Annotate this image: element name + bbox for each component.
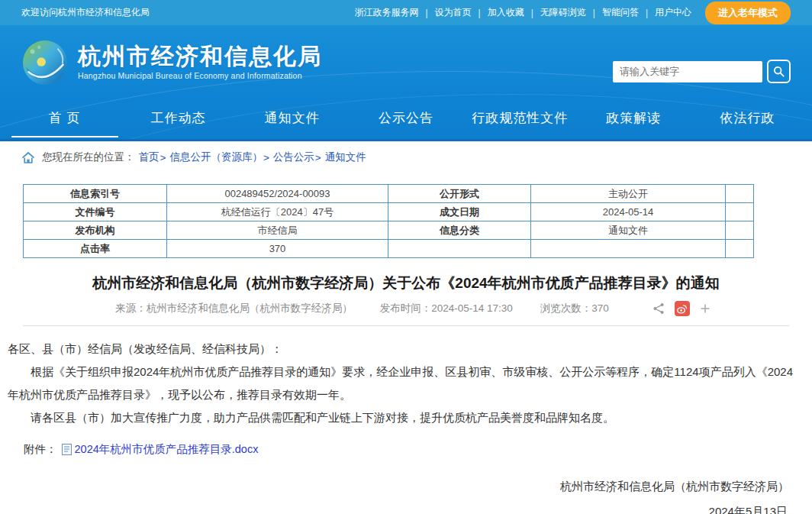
issuing-agency-label: 发布机构	[24, 221, 167, 240]
breadcrumb-link-info-disclosure[interactable]: 信息公开（资源库）	[169, 150, 263, 164]
info-category-value: 通知文件	[531, 221, 726, 240]
nav-label: 政策解读	[606, 109, 661, 127]
breadcrumb-separator: >	[315, 152, 321, 163]
top-link-smart-qa[interactable]: 智能问答	[601, 6, 640, 19]
top-link-set-homepage[interactable]: 设为首页	[433, 6, 473, 19]
empty-cell	[726, 240, 754, 258]
breadcrumb: 您现在所在的位置： 首页 > 信息公开（资源库） > 公告公示 > 通知文件	[0, 141, 812, 173]
breadcrumb-separator: >	[160, 152, 166, 163]
top-link-accessibility[interactable]: 无障碍浏览	[539, 6, 588, 19]
issue-date-value: 2024-05-14	[531, 203, 726, 221]
nav-item-work-news[interactable]: 工作动态	[125, 109, 232, 137]
site-search	[613, 60, 791, 83]
disclosure-form-value: 主动公开	[531, 185, 726, 203]
masthead: 杭州市经济和信息化局 Hangzhou Municipal Bureau of …	[0, 25, 812, 99]
article-publish-time: 发布时间：2024-05-14 17:30	[380, 302, 513, 315]
home-icon	[21, 151, 35, 164]
top-links: 浙江政务服务网 | 设为首页 | 加入收藏 | 无障碍浏览 | 智能问答 | 用…	[353, 2, 791, 24]
search-input[interactable]	[613, 61, 762, 82]
share-button[interactable]	[652, 302, 665, 315]
nav-label: 依法行政	[720, 109, 775, 127]
link-separator: |	[526, 8, 539, 18]
nav-label: 首 页	[49, 109, 81, 127]
top-link-add-favorite[interactable]: 加入收藏	[486, 6, 526, 19]
issuing-agency-value: 市经信局	[167, 221, 388, 240]
table-row: 信息索引号 002489452/2024-00093 公开形式 主动公开	[24, 185, 754, 203]
share-nodes-icon	[652, 302, 665, 315]
document-number-value: 杭经信运行〔2024〕47号	[167, 203, 388, 221]
body-paragraph: 根据《关于组织申报2024年杭州市优质产品推荐目录的通知》要求，经企业申报、区县…	[8, 360, 803, 406]
doc-icon	[62, 444, 72, 455]
share-weibo-button[interactable]	[675, 301, 690, 316]
table-row: 发布机构 市经信局 信息分类 通知文件	[24, 221, 754, 240]
nav-label: 通知文件	[265, 109, 320, 127]
info-category-label: 信息分类	[388, 221, 531, 240]
top-utility-bar: 欢迎访问杭州市经济和信息化局 浙江政务服务网 | 设为首页 | 加入收藏 | 无…	[0, 0, 812, 25]
click-rate-label: 点击率	[24, 240, 167, 258]
breadcrumb-separator: >	[263, 152, 269, 163]
top-link-zhejiang-service[interactable]: 浙江政务服务网	[353, 6, 420, 19]
nav-label: 行政规范性文件	[472, 109, 568, 127]
nav-item-law-based-admin[interactable]: 依法行政	[694, 109, 801, 137]
click-rate-value: 370	[167, 240, 388, 258]
body-paragraph: 请各区县（市）加大宣传推广力度，助力产品供需匹配和产业链上下游对接，提升优质杭产…	[8, 406, 803, 429]
link-separator: |	[473, 8, 486, 18]
elder-mode-button[interactable]: 进入老年模式	[705, 2, 791, 24]
article-signature: 杭州市经济和信息化局（杭州市数字经济局）	[0, 480, 812, 494]
bureau-globe-logo-icon	[21, 39, 69, 86]
breadcrumb-link-home[interactable]: 首页	[139, 150, 160, 164]
plus-icon	[700, 303, 710, 314]
active-tab-underline	[11, 136, 118, 137]
link-separator: |	[640, 8, 653, 18]
attachment-link[interactable]: 2024年杭州市优质产品推荐目录.docx	[75, 442, 259, 457]
nav-item-policy-interpretation[interactable]: 政策解读	[580, 109, 687, 137]
empty-cell	[531, 240, 726, 258]
salutation-paragraph: 各区、县（市）经信局（发改经信局、经信科技局）：	[8, 338, 803, 360]
breadcrumb-link-announcements[interactable]: 公告公示	[273, 150, 314, 164]
welcome-text: 欢迎访问杭州市经济和信息化局	[21, 6, 150, 19]
nav-item-announcements[interactable]: 公示公告	[353, 109, 459, 137]
nav-item-regulatory-documents[interactable]: 行政规范性文件	[466, 109, 573, 137]
disclosure-form-label: 公开形式	[388, 185, 531, 203]
share-toolbar	[643, 301, 710, 316]
site-title: 杭州市经济和信息化局	[78, 44, 322, 69]
site-title-block: 杭州市经济和信息化局 Hangzhou Municipal Bureau of …	[78, 44, 322, 81]
link-separator: |	[420, 8, 433, 18]
nav-item-home[interactable]: 首 页	[11, 109, 118, 137]
document-info-table: 信息索引号 002489452/2024-00093 公开形式 主动公开 文件编…	[23, 184, 754, 258]
nav-label: 工作动态	[151, 109, 206, 127]
weibo-icon	[675, 301, 690, 316]
attachment-label: 附件：	[24, 442, 57, 457]
index-number-value: 002489452/2024-00093	[167, 185, 388, 203]
article-date: 2024年5月13日	[0, 505, 812, 514]
site-header-zone: 欢迎访问杭州市经济和信息化局 浙江政务服务网 | 设为首页 | 加入收藏 | 无…	[0, 0, 812, 141]
article-meta-bar: 来源：杭州市经济和信息化局（杭州市数字经济局） 发布时间：2024-05-14 …	[23, 301, 789, 326]
issue-date-label: 成文日期	[388, 203, 531, 221]
link-separator: |	[588, 8, 601, 18]
article-body: 各区、县（市）经信局（发改经信局、经信科技局）： 根据《关于组织申报2024年杭…	[0, 326, 812, 429]
attachment-row: 附件： 2024年杭州市优质产品推荐目录.docx	[24, 442, 812, 457]
breadcrumb-prefix: 您现在所在的位置：	[42, 150, 135, 164]
nav-item-notices[interactable]: 通知文件	[239, 109, 346, 137]
table-row: 点击率 370	[24, 240, 754, 258]
empty-cell	[726, 203, 754, 221]
table-row: 文件编号 杭经信运行〔2024〕47号 成文日期 2024-05-14	[24, 203, 754, 221]
top-link-user-center[interactable]: 用户中心	[653, 6, 693, 19]
site-logo-block[interactable]: 杭州市经济和信息化局 Hangzhou Municipal Bureau of …	[21, 39, 322, 86]
search-icon	[773, 65, 785, 78]
main-navigation: 首 页 工作动态 通知文件 公示公告 行政规范性文件 政策解读 依法行政	[0, 99, 812, 141]
article-title: 杭州市经济和信息化局（杭州市数字经济局）关于公布《2024年杭州市优质产品推荐目…	[23, 273, 789, 294]
article-view-count: 浏览次数：370	[540, 302, 609, 315]
index-number-label: 信息索引号	[24, 185, 167, 203]
share-more-button[interactable]	[700, 303, 710, 314]
breadcrumb-link-notices[interactable]: 通知文件	[325, 150, 366, 164]
article-source: 来源：杭州市经济和信息化局（杭州市数字经济局）	[115, 302, 353, 315]
empty-cell	[726, 221, 754, 240]
search-button[interactable]	[767, 60, 791, 83]
empty-cell	[388, 240, 531, 258]
nav-label: 公示公告	[379, 109, 433, 127]
site-subtitle: Hangzhou Municipal Bureau of Economy and…	[78, 71, 322, 80]
document-number-label: 文件编号	[24, 203, 167, 221]
empty-cell	[726, 185, 754, 203]
